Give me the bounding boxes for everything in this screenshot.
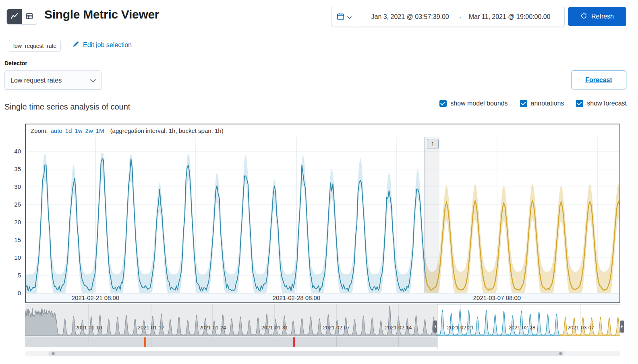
time-range-picker: Jan 3, 2021 @ 03:57:39.00 → Mar 11, 2021… [331,7,565,27]
quick-select-menu-button[interactable] [331,7,357,27]
context-axis-tick: 2021-02-14 [376,325,420,331]
edit-job-selection-label: Edit job selection [83,41,132,49]
y-axis-tick: 5 [0,272,21,279]
context-axis-tick: 2021-01-17 [129,325,173,331]
end-date-button[interactable]: Mar 11, 2021 @ 19:00:00.00 [469,13,551,21]
context-deselected-mask [25,304,437,337]
annotation-badge[interactable]: 1 [427,139,439,149]
horizontal-scrollbar[interactable] [25,351,620,356]
line-chart-icon [11,12,18,21]
scrollbar-thumb[interactable] [48,351,564,356]
calendar-icon [337,12,344,21]
annotation-region [425,137,439,293]
refresh-icon [580,12,587,21]
zoom-option-1d[interactable]: 1d [65,127,72,134]
range-arrow-icon: → [456,13,462,21]
context-axis-tick: 2021-01-31 [253,325,297,331]
annotation-swimlane [25,337,437,347]
zoom-label: Zoom: [31,127,48,134]
start-date-button[interactable]: Jan 3, 2021 @ 03:57:39.00 [371,13,449,21]
y-axis-tick: 0 [0,290,21,296]
chevron-down-icon [347,14,352,20]
single-metric-viewer-page: Single Metric Viewer Jan 3, 2021 @ 03:57… [0,0,638,364]
annotations-label: annotations [531,100,564,107]
job-id-badge: low_request_rate [9,40,61,52]
context-axis-tick: 2021-02-21 [438,325,483,331]
brush-left-handle[interactable] [433,321,437,333]
chevron-right-icon [621,325,623,328]
y-axis-tick: 10 [0,254,21,261]
context-axis-tick: 2021-01-10 [66,325,111,331]
y-axis-tick: 35 [0,165,21,172]
zoom-option-2w[interactable]: 2w [85,127,93,134]
zoom-option-1m[interactable]: 1M [96,127,104,134]
pencil-icon [72,41,79,49]
annotation-marker[interactable] [144,337,146,347]
view-mode-toggle-group [6,9,37,25]
toggle-show-forecast[interactable]: show forecast [576,100,627,107]
swimlane-gridline [213,337,213,347]
refresh-button-label: Refresh [591,13,614,20]
toggle-show-model-bounds[interactable]: show model bounds [439,100,508,107]
y-axis-tick: 20 [0,219,21,225]
chart-toggles: show model bounds annotations show forec… [439,100,627,107]
y-axis-tick: 30 [0,183,21,190]
toggle-annotations[interactable]: annotations [520,100,564,107]
context-axis-tick: 2021-02-28 [500,325,544,331]
show-model-bounds-label: show model bounds [450,100,508,107]
focus-chart-svg [26,124,619,302]
annotation-marker[interactable] [293,337,295,347]
x-axis-tick: 2021-03-07 08:00 [463,294,531,301]
focus-chart-container: Zoom: auto 1d 1w 2w 1M (aggregation inte… [25,124,620,303]
time-range-display: Jan 3, 2021 @ 03:57:39.00 → Mar 11, 2021… [357,13,564,21]
detector-selected-value: Low request rates [10,77,62,84]
chevron-left-icon [434,325,436,328]
detector-select[interactable]: Low request rates [4,70,102,90]
swimlane-gridline [336,337,337,347]
table-icon [26,12,33,21]
show-forecast-checkbox[interactable] [576,100,583,107]
edit-job-selection-link[interactable]: Edit job selection [72,41,132,49]
brush-right-handle[interactable] [620,321,624,333]
annotations-checkbox[interactable] [520,100,527,107]
model-bounds-area [26,153,425,293]
refresh-button[interactable]: Refresh [568,7,626,26]
analysis-section-title: Single time series analysis of count [4,102,130,112]
y-axis-tick: 40 [0,148,21,155]
x-axis-tick: 2021-02-21 08:00 [61,294,130,301]
zoom-option-auto[interactable]: auto [51,127,62,134]
chart-view-button[interactable] [7,9,22,24]
swimlane-gridline [398,337,399,347]
detector-label: Detector [4,60,27,66]
scrollbar-right-nub[interactable] [559,352,562,355]
table-view-button[interactable] [22,9,37,24]
show-forecast-label: show forecast [587,100,627,107]
chevron-down-icon [90,77,96,84]
scrollbar-left-nub[interactable] [52,352,55,355]
context-axis-tick: 2021-02-07 [314,325,358,331]
context-axis-tick: 2021-01-24 [191,325,235,331]
x-axis-tick: 2021-02-28 08:00 [262,294,331,301]
zoom-option-1w[interactable]: 1w [75,127,82,134]
show-model-bounds-checkbox[interactable] [439,100,447,107]
page-title: Single Metric Viewer [44,8,159,21]
context-axis-tick: 2021-03-07 [559,325,603,331]
forecast-button[interactable]: Forecast [571,70,626,89]
y-axis-tick: 15 [0,236,21,243]
swimlane-gridline [275,337,275,347]
swimlane-gridline [89,337,89,347]
zoom-controls: Zoom: auto 1d 1w 2w 1M (aggregation inte… [31,127,224,134]
y-axis-tick: 25 [0,201,21,208]
aggregation-interval-note: (aggregation interval: 1h, bucket span: … [110,127,224,134]
swimlane-gridline [151,337,151,347]
